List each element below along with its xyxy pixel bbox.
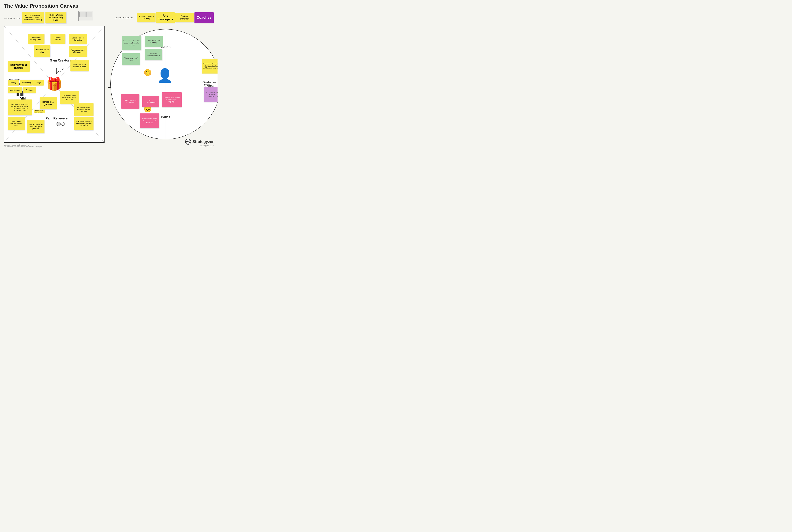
header-sticky-2: Things we can apply on a daily basis [45,12,66,23]
strategyzer-icon [185,139,191,145]
strategyzer-logo-area: Strategyzer strategyzer.com [185,139,214,147]
vp-note-no-global: No global source of information on craft… [74,103,94,116]
pains-label: Pains [161,115,170,119]
pain-relievers-label: Pain Relievers [45,116,68,120]
vp-note-refactoring: Refactoring [20,80,33,86]
cs-note-abstract: Information too much abstract -> not rea… [140,113,159,128]
cs-note-develop: I develop and sometimes I feel I could d… [202,59,218,74]
gift-icon: 🎁 [46,77,62,92]
gain-creators-label: Gain Creators [50,59,71,62]
cs-label: Customer Segment [115,16,136,19]
header-cs-sticky-2: Any developers [156,12,175,23]
smiley-icon: 😊 [144,69,152,76]
website-url: strategyzer.com [185,145,214,147]
vp-square: 🎁 Gain Creators Pain Relievers [4,26,105,142]
vp-label: Value Proposition [4,17,22,20]
cs-note-lack-central: Lack of centralization [143,96,159,107]
vp-note-centralized: A centralized source of knowledge [69,45,87,57]
svg-point-20 [204,82,205,83]
vp-note-design: Design [33,80,44,86]
header-cs-sticky-3: Aspirant craftsmen [175,13,194,22]
svg-point-26 [187,141,188,142]
vp-note-hands-on: Really hands-on chapters [8,61,30,72]
svg-point-18 [204,81,205,82]
main-title: The Value Proposition Canvas [0,0,218,10]
vp-note-find-places: Find in different places with bad info (… [74,117,94,130]
person-icon: 👤 [157,68,173,83]
vp-note-architecture: Architecture [8,87,22,93]
header-sticky-1: An easy way to learn important stuff tha… [22,12,44,23]
vp-note-when-how: When and how to apply given practices / … [60,91,79,104]
copyright-text: Copyright Business Model Foundry AG [4,144,42,146]
vp-note-repository: Repository of "stuff" I can experiment s… [8,99,32,115]
vp-note-open-mind: Open the mind of the readers [69,34,87,44]
cs-note-efficiency: Increased daily efficiency [145,36,163,47]
svg-point-27 [188,141,189,142]
vp-note-testing: Testing [8,80,19,86]
cs-circle-container: Gains Pains CustomerJob(s) 😊 😞 👤 [117,26,214,142]
gain-icon [56,68,64,76]
cs-note-know: "I know what I don't know" [122,53,140,65]
header-cs-sticky-1: Developers who lack mentoring [137,13,156,22]
cs-note-push-practices: Try to push practices but I have not a c… [204,87,218,102]
pain-icon [56,121,65,128]
vp-note-links: Provide links on great resources on topi… [8,117,25,130]
cs-note-learn: Learn in 1 book what he would have learn… [122,36,141,50]
svg-point-24 [204,86,205,87]
vp-note-practices: Practices [23,87,36,93]
svg-point-22 [204,84,205,85]
cs-note-often-too-much: Often too much related to technologies /… [162,92,182,107]
footer: Copyright Business Model Foundry AG The … [4,144,42,148]
vp-note-guidance: Provide clear guidance [40,97,57,109]
svg-point-4 [57,122,60,126]
vp-note-avoid-confusion: Avoid confusion on when to use given pra… [27,120,44,133]
vp-note-share-practices: Help share those practices in teams [71,60,89,71]
cs-note-discover: Discover unsuspected topics [145,49,162,60]
vp-note-mentor: A "virtual" mentor [51,34,65,44]
vp-note-shorten: Shorten the learning process [28,34,44,44]
footer-subtitle: The makers of Business Model Generation … [4,146,42,148]
cs-circle: Gains Pains CustomerJob(s) 😊 😞 👤 [110,29,218,139]
brand-name: Strategyzer [192,139,214,144]
vp-note-saves-time: Saves a lot of time [34,45,50,57]
cs-note-dont-know: "I don't know what I don't know" [121,94,139,109]
header-cs-sticky-4: Coaches [194,12,214,23]
